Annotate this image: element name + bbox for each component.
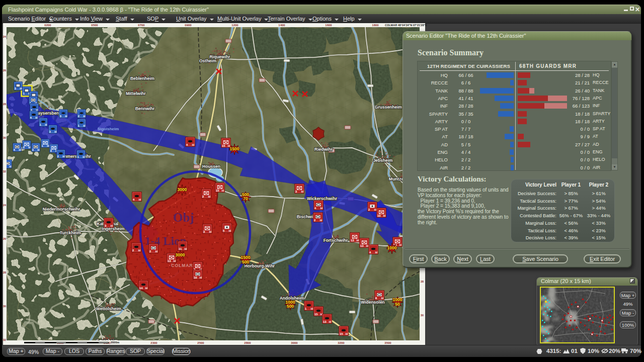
svg-text:500: 500 bbox=[242, 259, 249, 264]
svg-text:Turckheim: Turckheim bbox=[60, 230, 82, 235]
svg-text:H: H bbox=[37, 148, 39, 151]
svg-text:H: H bbox=[83, 124, 85, 127]
svg-text:H: H bbox=[320, 219, 322, 222]
svg-text:H: H bbox=[83, 115, 85, 118]
svg-text:3: 3 bbox=[50, 149, 52, 152]
svg-text:3000: 3000 bbox=[176, 252, 185, 257]
svg-text:H: H bbox=[155, 250, 157, 253]
svg-text:2: 2 bbox=[78, 115, 79, 118]
svg-text:H: H bbox=[301, 190, 303, 193]
svg-text:Ostheim: Ostheim bbox=[199, 58, 216, 63]
svg-text:Wettolsheim: Wettolsheim bbox=[96, 306, 122, 311]
svg-text:H: H bbox=[65, 115, 67, 118]
svg-text:H: H bbox=[320, 207, 323, 210]
svg-text:13: 13 bbox=[168, 259, 171, 262]
svg-text:Obj: Obj bbox=[173, 211, 194, 224]
svg-text:1: 1 bbox=[77, 155, 79, 158]
svg-text:H: H bbox=[47, 144, 49, 147]
svg-text:H: H bbox=[383, 214, 385, 217]
svg-text:2: 2 bbox=[57, 155, 59, 158]
svg-text:500: 500 bbox=[287, 304, 294, 309]
svg-text:H: H bbox=[346, 332, 348, 335]
svg-text:Widensolen: Widensolen bbox=[361, 300, 385, 305]
svg-text:H: H bbox=[192, 143, 194, 146]
svg-text:H: H bbox=[374, 208, 376, 211]
svg-text:H: H bbox=[28, 146, 30, 149]
svg-text:H: H bbox=[329, 320, 331, 323]
svg-text:H: H bbox=[111, 224, 113, 227]
svg-text:3000: 3000 bbox=[178, 187, 187, 192]
svg-text:Beblenheim: Beblenheim bbox=[130, 76, 155, 81]
svg-text:Eguisheim: Eguisheim bbox=[97, 338, 118, 340]
svg-text:H: H bbox=[138, 249, 140, 252]
svg-text:H: H bbox=[145, 287, 147, 290]
svg-text:1500: 1500 bbox=[230, 146, 239, 151]
svg-text:15: 15 bbox=[340, 332, 343, 335]
svg-text:H: H bbox=[357, 239, 359, 242]
svg-text:1: 1 bbox=[23, 92, 25, 95]
svg-text:H: H bbox=[222, 189, 224, 192]
svg-text:H: H bbox=[366, 244, 368, 247]
svg-text:H: H bbox=[185, 247, 187, 250]
svg-text:H: H bbox=[62, 155, 64, 158]
svg-text:Fortschwihr: Fortschwihr bbox=[324, 238, 348, 243]
svg-text:Mittelwihr: Mittelwihr bbox=[126, 91, 146, 96]
svg-text:13: 13 bbox=[360, 244, 364, 247]
svg-text:Niedermorschwihr: Niedermorschwihr bbox=[43, 207, 80, 212]
svg-text:11: 11 bbox=[179, 247, 182, 250]
svg-text:H: H bbox=[399, 243, 401, 246]
svg-text:Jebsheim: Jebsheim bbox=[373, 158, 393, 163]
svg-text:H: H bbox=[174, 259, 176, 262]
svg-text:14: 14 bbox=[139, 287, 143, 290]
svg-text:H: H bbox=[209, 230, 211, 233]
svg-text:Grussenheim: Grussenheim bbox=[375, 105, 403, 110]
svg-text:13: 13 bbox=[351, 239, 354, 242]
svg-text:H: H bbox=[381, 297, 383, 300]
svg-text:H: H bbox=[19, 148, 21, 151]
svg-text:10: 10 bbox=[194, 276, 197, 279]
svg-text:H: H bbox=[200, 276, 202, 279]
svg-text:15: 15 bbox=[222, 144, 225, 147]
svg-text:COLMAR: COLMAR bbox=[171, 263, 193, 268]
svg-text:10: 10 bbox=[377, 214, 381, 217]
svg-text:H: H bbox=[229, 229, 231, 232]
svg-text:3: 3 bbox=[49, 130, 51, 133]
svg-text:Sigolsheim: Sigolsheim bbox=[98, 127, 119, 131]
svg-text:H: H bbox=[35, 116, 37, 119]
svg-text:1: 1 bbox=[40, 123, 41, 126]
svg-text:H: H bbox=[139, 198, 141, 201]
svg-text:Riedwihr: Riedwihr bbox=[314, 147, 333, 152]
svg-text:70: 70 bbox=[243, 196, 248, 201]
svg-text:2: 2 bbox=[23, 146, 25, 149]
svg-text:13: 13 bbox=[323, 320, 327, 323]
svg-text:Kaysersberg: Kaysersberg bbox=[35, 111, 61, 116]
svg-text:15: 15 bbox=[314, 313, 318, 316]
svg-text:H: H bbox=[20, 87, 22, 90]
svg-text:3: 3 bbox=[15, 87, 16, 90]
svg-text:H: H bbox=[83, 155, 85, 158]
svg-text:3: 3 bbox=[32, 148, 34, 151]
svg-text:H: H bbox=[9, 165, 11, 168]
svg-text:1: 1 bbox=[78, 124, 79, 127]
svg-text:1000: 1000 bbox=[387, 245, 397, 250]
svg-text:3: 3 bbox=[60, 115, 61, 118]
svg-text:H: H bbox=[45, 123, 47, 126]
svg-text:H: H bbox=[311, 307, 313, 310]
svg-text:H: H bbox=[54, 130, 56, 133]
svg-text:H: H bbox=[208, 195, 210, 198]
svg-text:15: 15 bbox=[216, 189, 219, 192]
svg-text:H: H bbox=[375, 251, 377, 254]
svg-text:Houssen: Houssen bbox=[202, 164, 220, 169]
svg-text:50: 50 bbox=[395, 302, 400, 307]
svg-text:1: 1 bbox=[42, 144, 43, 147]
svg-text:Bennwihr: Bennwihr bbox=[135, 106, 155, 111]
